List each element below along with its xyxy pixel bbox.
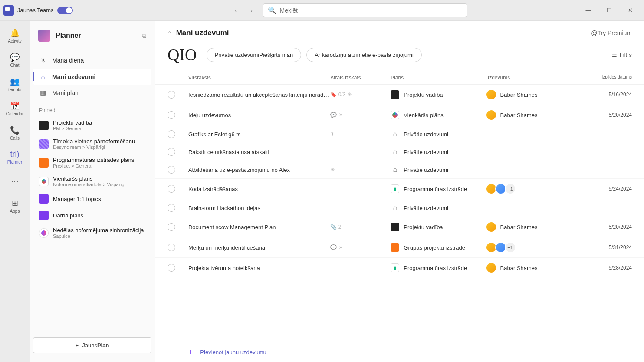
quick-look: ☀ [330, 131, 391, 137]
complete-radio[interactable] [168, 148, 175, 156]
task-row[interactable]: Atbildēšana uz e-pasta ziņojumu no Alex … [155, 161, 644, 179]
plan-cell[interactable]: Projektu vadība [391, 223, 485, 231]
complete-radio[interactable] [168, 166, 175, 174]
task-title: Grafiks ar Esiet g6 ts [188, 131, 330, 138]
col-plan[interactable]: Plāns [391, 75, 485, 81]
qio-label: QIO [168, 45, 197, 64]
assignee-cell[interactable]: Babar Shames [486, 109, 593, 121]
pinned-item[interactable]: Vienkāršs plānsNoformējuma atkārtota > V… [33, 172, 151, 191]
task-row[interactable]: Document scow Management Plan 📎 2 Projek… [155, 217, 644, 237]
due-date: 5/31/2024 [593, 244, 632, 250]
complete-radio[interactable] [168, 91, 175, 99]
search-input[interactable] [280, 7, 462, 14]
plan-cell[interactable]: ⌂Privātie uzdevumi [391, 148, 485, 156]
filter-pill-flagged[interactable]: Ar karodziņu atzīmētie e-pasta ziņojumi [306, 48, 422, 62]
complete-radio[interactable] [168, 223, 175, 231]
plan-cell[interactable]: Grupas projektu izstrāde [391, 243, 485, 252]
complete-radio[interactable] [168, 264, 175, 272]
assignee-cell[interactable]: Babar Shames [486, 221, 593, 233]
quick-look: 🔖 0/3 ☀ [330, 92, 391, 98]
rail-item-calendar[interactable]: 📅Calendar [2, 97, 28, 120]
avatar [486, 221, 497, 233]
pinned-item[interactable]: Nedēļas noformējuma sinhronizācijaSapulc… [33, 224, 151, 242]
pinned-label: Pinned [33, 101, 151, 116]
rail-item-apps[interactable]: ⊞Apps [2, 194, 28, 217]
minimize-button[interactable]: — [582, 3, 595, 17]
task-row[interactable]: Brainstorm Hackathon idejas ⌂Privātie uz… [155, 199, 644, 217]
plan-cell[interactable]: Vienkāršs plāns [391, 111, 485, 119]
private-icon: ⌂ [391, 148, 399, 156]
search-icon: 🔍 [268, 6, 276, 14]
col-title[interactable]: Virsraksts [188, 75, 331, 81]
assignee-cell[interactable]: Babar Shames [486, 262, 593, 273]
col-quick[interactable]: Ātrais izskats [330, 75, 391, 81]
plan-cell[interactable]: Projektu vadība [391, 90, 485, 99]
popout-icon[interactable]: ⧉ [142, 32, 146, 39]
nav-icon: ☀ [39, 56, 47, 64]
plan-cell[interactable]: ▮Programmatūras izstrāde [391, 263, 485, 272]
more-assignees[interactable]: +1 [505, 183, 516, 194]
col-assign[interactable]: Uzdevums [486, 75, 593, 81]
task-row[interactable]: Ideju uzdevumos 💬 ☀ Vienkāršs plāns Baba… [155, 105, 644, 125]
task-row[interactable]: Grafiks ar Esiet g6 ts ☀ ⌂Privātie uzdev… [155, 125, 644, 143]
complete-radio[interactable] [168, 130, 175, 138]
nav-item[interactable]: ▦Mani plāni [33, 85, 151, 101]
task-row[interactable]: Iesniedzamo rezultātu un akceptēšanas kr… [155, 85, 644, 105]
nav-icon: ▦ [39, 89, 47, 97]
filter-pill-private[interactable]: Privātie uzdevumiPiešķirts man [207, 48, 302, 62]
nav-item[interactable]: ⌂Mani uzdevumi [33, 69, 151, 85]
plan-cell[interactable]: ▮Programmatūras izstrāde [391, 184, 485, 193]
rail-icon: 📞 [10, 125, 20, 135]
new-plan-button[interactable]: + JaunsPlan [33, 337, 151, 353]
task-row[interactable]: Rakstīt ceturkšņastatusa atskaiti ⌂Privā… [155, 143, 644, 161]
private-icon: ⌂ [391, 204, 399, 212]
pinned-item[interactable]: Darba plāns [33, 207, 151, 224]
rail-item-calls[interactable]: 📞Calls [2, 122, 28, 144]
try-premium-link[interactable]: @Try Premium [591, 30, 632, 36]
nav-item[interactable]: ☀Mana diena [33, 52, 151, 69]
rail-item-planner[interactable]: tri)Planner [2, 146, 28, 168]
pinned-item[interactable]: Manager 1:1 topics [33, 191, 151, 207]
task-title: Atbildēšana uz e-pasta ziņojumu no Alex [188, 167, 330, 173]
pinned-item[interactable]: Programmatūras izstrādes plānsPrcxiuct >… [33, 153, 151, 172]
pinned-item[interactable]: Tīmekļa vietnes pārnoformēšanuDesync rea… [33, 135, 151, 153]
task-row[interactable]: Koda izstrādāšanas ▮Programmatūras izstr… [155, 179, 644, 199]
close-button[interactable]: ✕ [623, 3, 637, 17]
task-title: Ideju uzdevumos [188, 112, 330, 118]
task-row[interactable]: Mērķu un mērķu identificēšana 💬 ☀ Grupas… [155, 237, 644, 258]
assignee-cell[interactable]: +1 [486, 242, 593, 253]
complete-radio[interactable] [168, 244, 175, 251]
pinned-item[interactable]: Projektu vadībaPM > General [33, 116, 151, 135]
forward-button[interactable]: › [245, 3, 259, 17]
plan-cell[interactable]: ⌂Privātie uzdevumi [391, 165, 485, 174]
nav-icon: ⌂ [39, 73, 47, 80]
rail-item-tempts[interactable]: 👥tempts [2, 73, 28, 95]
search-box[interactable]: 🔍 [263, 3, 467, 17]
plan-icon [391, 243, 399, 252]
complete-radio[interactable] [168, 204, 175, 212]
col-date[interactable]: Izpildes datums [593, 75, 632, 81]
assignee-cell[interactable]: +1 [486, 183, 593, 194]
back-button[interactable]: ‹ [229, 3, 243, 17]
new-teams-toggle[interactable] [57, 7, 73, 14]
plan-icon [391, 90, 399, 99]
maximize-button[interactable]: ☐ [602, 3, 616, 17]
assignee-cell[interactable]: Babar Shames [486, 89, 593, 100]
rail-item-chat[interactable]: 💬Chat [2, 49, 28, 71]
task-title: Brainstorm Hackathon idejas [188, 205, 330, 211]
task-row[interactable]: Projekta tvēruma noteikšana ▮Programmatū… [155, 258, 644, 278]
quick-look: 💬 ☀ [330, 244, 391, 250]
filter-button[interactable]: ☰ Filtrs [612, 52, 632, 58]
complete-radio[interactable] [168, 111, 175, 119]
rail-item-activity[interactable]: 🔔Activity [2, 24, 28, 47]
plan-icon [391, 223, 399, 231]
plan-icon [39, 139, 49, 149]
table-header: Virsraksts Ātrais izskats Plāns Uzdevums… [155, 71, 644, 85]
plan-cell[interactable]: ⌂Privātie uzdevumi [391, 204, 485, 212]
complete-radio[interactable] [168, 185, 175, 193]
plan-cell[interactable]: ⌂Privātie uzdevumi [391, 130, 485, 138]
task-title: Projekta tvēruma noteikšana [188, 265, 330, 271]
add-task-button[interactable]: + Pievienot jaunu uzdevumu [155, 342, 644, 362]
rail-item-more[interactable]: ⋯ [2, 170, 28, 193]
more-assignees[interactable]: +1 [505, 242, 516, 253]
